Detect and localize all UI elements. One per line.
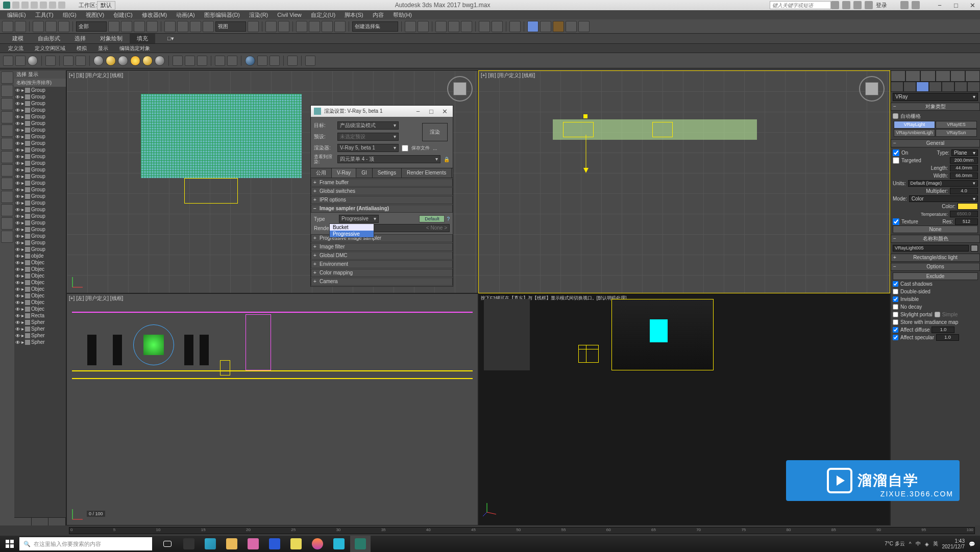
tb-selname-icon[interactable]	[121, 21, 132, 32]
rtab-elements[interactable]: Render Elements	[402, 168, 452, 178]
length-spin[interactable]: 44.0mm	[950, 165, 978, 171]
render-dialog-titlebar[interactable]: 渲染设置: V-Ray 5, beta 1 − □ ✕	[311, 106, 453, 117]
scene-item[interactable]: 👁▸Group	[14, 160, 66, 166]
menu-civil[interactable]: Civil View	[273, 12, 305, 18]
type-vraylight[interactable]: VRayLight	[894, 121, 935, 129]
tr-icon-1[interactable]	[831, 1, 839, 9]
tb-mirror-icon[interactable]	[405, 21, 416, 32]
autogrid-check[interactable]	[893, 113, 898, 119]
scene-sort-header[interactable]: 名称(按升序排序)	[14, 79, 66, 87]
scene-foot-1[interactable]	[14, 518, 32, 525]
cmd-tab-motion-icon[interactable]	[936, 70, 950, 82]
scene-item[interactable]: 👁▸Objec	[14, 266, 66, 272]
viewcube-front[interactable]	[859, 76, 885, 102]
lt-selo-icon[interactable]	[1, 85, 13, 97]
ias-option-progressive[interactable]: Progressive	[330, 231, 374, 237]
opt-check-6[interactable]	[893, 319, 898, 325]
weather-widget[interactable]: 7°C 多云	[885, 540, 905, 547]
taskbar-search[interactable]: 🔍在这里输入你要搜索的内容	[19, 537, 152, 550]
ot-fx3-icon[interactable]	[197, 56, 207, 66]
targeted-check[interactable]	[893, 157, 899, 164]
units-dd[interactable]: Default (image)▾	[908, 180, 978, 187]
scene-item[interactable]: 👁▸Group	[14, 153, 66, 160]
viewport-front[interactable]: [+] [前] [用户定义] [线框]	[478, 70, 890, 293]
qat-link-icon[interactable]	[58, 2, 65, 9]
ot-s1-icon[interactable]	[93, 56, 104, 66]
task-view-icon[interactable]	[157, 536, 178, 552]
scene-item[interactable]: 👁▸Objec	[14, 299, 66, 306]
scene-item[interactable]: 👁▸Objec	[14, 259, 66, 266]
qat-undo-icon[interactable]	[40, 2, 47, 9]
rtab-common[interactable]: 公用	[311, 168, 332, 178]
menu-custom[interactable]: 自定义(U)	[307, 11, 339, 19]
temp-spin[interactable]: 6500.0	[950, 211, 978, 217]
ot-b1-icon[interactable]	[245, 56, 255, 66]
lt-scale-icon[interactable]	[1, 124, 13, 137]
scene-item[interactable]: 👁▸Group	[14, 226, 66, 233]
tr-icon-help[interactable]	[912, 1, 920, 9]
lt-i2-icon[interactable]	[1, 151, 13, 163]
color-swatch[interactable]	[958, 203, 978, 210]
tb-teapot-icon[interactable]	[578, 21, 590, 32]
scene-item[interactable]: 👁▸Group	[14, 107, 66, 113]
type-vrayies[interactable]: VRayIES	[936, 121, 977, 129]
ref-coord-dropdown[interactable]: 视图	[215, 21, 246, 32]
ias-help-icon[interactable]: ?	[447, 216, 450, 222]
menu-render[interactable]: 渲染(R)	[245, 11, 272, 19]
scene-item[interactable]: 👁▸Group	[14, 199, 66, 206]
tray-lang-icon[interactable]: 英	[933, 540, 938, 547]
ot-b3-icon[interactable]	[270, 56, 280, 66]
render-target-dd[interactable]: 产品级渲染模式▾	[337, 121, 399, 130]
vp-front-label[interactable]: [+] [前] [用户定义] [线框]	[481, 72, 535, 79]
type-vraysun[interactable]: VRaySun	[936, 129, 977, 137]
scene-item[interactable]: 👁▸Objec	[14, 292, 66, 299]
ribbon-select[interactable]: 选择	[67, 34, 93, 43]
menu-tools[interactable]: 工具(T)	[31, 11, 58, 19]
res-spin[interactable]: 512	[955, 218, 978, 225]
light-type-dd[interactable]: Plane▾	[951, 149, 978, 156]
scene-item[interactable]: 👁▸Group	[14, 206, 66, 213]
rtab-vray[interactable]: V-Ray	[332, 168, 356, 178]
tray-ime-icon[interactable]: 中	[916, 540, 921, 547]
opt-check-1[interactable]	[893, 289, 898, 294]
obj-name-input[interactable]: VRayLight005	[893, 245, 969, 252]
scene-item[interactable]: 👁▸Group	[14, 166, 66, 173]
ro-imagesampler[interactable]: Image sampler (Antialiasing)	[311, 205, 453, 213]
scene-item[interactable]: 👁▸Group	[14, 193, 66, 199]
tray-notif-icon[interactable]: 💬	[969, 541, 975, 547]
scene-item[interactable]: 👁▸Group	[14, 146, 66, 153]
ro-framebuffer[interactable]: Frame buffer	[311, 179, 453, 187]
lt-i4-icon[interactable]	[1, 178, 13, 190]
scene-item[interactable]: 👁▸Objec	[14, 286, 66, 292]
cmd-sub-help-icon[interactable]	[942, 82, 954, 92]
scene-item[interactable]: 👁▸Group	[14, 127, 66, 133]
scene-item[interactable]: 👁▸Objec	[14, 306, 66, 312]
ot-help-icon[interactable]	[305, 56, 315, 66]
ot-fx1-icon[interactable]	[173, 56, 183, 66]
lt-i1-icon[interactable]	[1, 138, 13, 150]
ro-globalsw[interactable]: Global switches	[311, 187, 453, 195]
tb-unlink-icon[interactable]	[45, 21, 57, 32]
app-explorer-icon[interactable]	[222, 536, 242, 552]
tb-psnap-icon[interactable]	[322, 21, 333, 32]
selection-filter-dropdown[interactable]: 全部	[76, 21, 107, 32]
rollout-name[interactable]: 名称和颜色	[891, 235, 980, 243]
scene-item[interactable]: 👁▸Group	[14, 93, 66, 100]
cortana-icon[interactable]	[179, 536, 199, 552]
tb-rotate-icon[interactable]	[177, 21, 188, 32]
vp-top-label[interactable]: [+] [顶] [用户定义] [线框]	[69, 72, 123, 79]
lt-i8-icon[interactable]	[1, 231, 13, 243]
ias-type-dd[interactable]: Progressive▾	[339, 215, 379, 223]
ro-globaldmc[interactable]: Global DMC	[311, 252, 453, 260]
ot-s4-icon[interactable]	[142, 56, 153, 66]
app-icon[interactable]	[3, 2, 10, 9]
opt-check-8[interactable]	[893, 335, 898, 340]
help-search-input[interactable]	[770, 1, 831, 9]
scene-item[interactable]: 👁▸Recta	[14, 312, 66, 319]
cmd-sub-space-icon[interactable]	[954, 82, 967, 92]
savefile-check[interactable]	[402, 145, 408, 152]
ot-s2-icon[interactable]	[106, 56, 116, 66]
render-view-dd[interactable]: 四元菜单 4 - 顶▾	[337, 155, 440, 163]
obj-color-swatch[interactable]	[971, 245, 978, 252]
ot-sphere1-icon[interactable]	[28, 56, 38, 66]
